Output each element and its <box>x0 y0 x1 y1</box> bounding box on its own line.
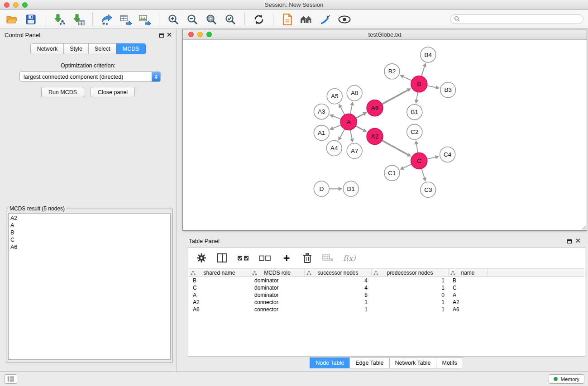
zoom-fit-icon[interactable] <box>204 12 219 27</box>
graph-node-B[interactable]: B <box>411 76 427 92</box>
graph-node-A5[interactable]: A5 <box>327 89 342 104</box>
save-session-icon[interactable] <box>24 12 38 27</box>
import-network-icon[interactable] <box>52 12 67 27</box>
graph-edge-C-C2[interactable] <box>416 144 418 153</box>
graph-edge-A-A3[interactable] <box>333 116 341 119</box>
graph-edge-A2-C[interactable] <box>382 140 408 154</box>
column-header-name[interactable]: name <box>449 269 488 276</box>
table-cell[interactable]: A6 <box>449 306 488 313</box>
close-panel-icon[interactable]: ✕ <box>166 31 172 39</box>
export-table-icon[interactable] <box>119 12 133 27</box>
graph-node-A1[interactable]: A1 <box>314 125 329 141</box>
function-builder-icon[interactable]: f(x) <box>343 251 355 265</box>
graph-edge-A-A8[interactable] <box>350 105 352 114</box>
graph-node-A2[interactable]: A2 <box>367 129 383 145</box>
column-header-predecessor-nodes[interactable]: predecessor nodes <box>372 269 449 276</box>
graph-node-B3[interactable]: B3 <box>440 82 456 98</box>
graph-node-A6[interactable]: A6 <box>367 100 383 116</box>
table-cell[interactable]: 1 <box>305 299 372 306</box>
tab-network[interactable]: Network <box>30 43 64 54</box>
search-box[interactable] <box>450 14 583 24</box>
mcds-result-item[interactable]: A <box>10 222 170 229</box>
graph-edge-B-B3[interactable] <box>427 86 435 87</box>
table-cell[interactable]: connector <box>250 306 305 313</box>
graph-node-C1[interactable]: C1 <box>384 165 400 181</box>
table-row[interactable]: A6connector11A6 <box>189 306 584 313</box>
network-document-icon[interactable] <box>280 12 295 27</box>
table-cell[interactable]: 0 <box>372 291 449 299</box>
first-neighbors-icon[interactable] <box>299 12 314 27</box>
graph-edge-A-A6[interactable] <box>356 114 363 118</box>
export-image-icon[interactable] <box>138 12 152 27</box>
minimize-window-button[interactable] <box>13 2 19 8</box>
table-row[interactable]: Adominator80A <box>189 291 584 299</box>
graph-edge-C-C4[interactable] <box>427 157 435 159</box>
graph-node-D1[interactable]: D1 <box>343 181 359 196</box>
export-network-icon[interactable] <box>100 12 114 27</box>
optimization-criterion-dropdown[interactable]: largest connected component (directed) <box>19 71 161 82</box>
import-table-icon[interactable] <box>71 12 86 27</box>
table-panel-close-icon[interactable]: ✕ <box>575 237 581 245</box>
graph-node-C[interactable]: C <box>411 152 427 169</box>
tab-edge-table[interactable]: Edge Table <box>349 357 389 368</box>
float-panel-icon[interactable] <box>159 33 164 38</box>
mcds-result-item[interactable]: B <box>10 229 170 236</box>
graph-node-A4[interactable]: A4 <box>326 141 342 156</box>
refresh-layout-icon[interactable] <box>252 12 266 27</box>
zoom-out-icon[interactable] <box>185 12 200 27</box>
table-cell[interactable]: A2 <box>449 299 488 306</box>
network-maximize-button[interactable] <box>206 32 212 37</box>
mcds-result-list[interactable]: A2ABCA6 <box>8 213 171 360</box>
mcds-result-item[interactable]: A6 <box>10 243 170 251</box>
graphics-details-icon[interactable] <box>318 12 333 27</box>
graph-node-A3[interactable]: A3 <box>314 104 329 119</box>
network-graph[interactable]: B4B2BB3A5A8A6B1A3AC2A1A2A4A7C4CC1C3DD1 <box>183 40 587 230</box>
table-cell[interactable]: B <box>189 277 250 284</box>
graph-edge-B-B1[interactable] <box>416 92 418 100</box>
graph-edge-A-A5[interactable] <box>340 107 344 115</box>
graph-node-A7[interactable]: A7 <box>347 143 362 158</box>
select-all-icon[interactable] <box>237 251 250 265</box>
column-header-shared-name[interactable]: shared name <box>189 269 250 276</box>
add-column-icon[interactable]: + <box>281 251 292 265</box>
network-canvas[interactable]: B4B2BB3A5A8A6B1A3AC2A1A2A4A7C4CC1C3DD1 <box>183 40 587 230</box>
tab-style[interactable]: Style <box>63 43 89 54</box>
table-row[interactable]: Bdominator41B <box>189 277 584 284</box>
tab-node-table[interactable]: Node Table <box>310 357 350 368</box>
table-row[interactable]: A2connector11A2 <box>189 299 584 306</box>
graph-node-C3[interactable]: C3 <box>421 182 436 197</box>
table-cell[interactable]: 4 <box>305 277 372 284</box>
column-layout-icon[interactable] <box>216 251 228 265</box>
column-header-successor-nodes[interactable]: successor nodes <box>305 269 372 276</box>
network-minimize-button[interactable] <box>197 32 203 37</box>
column-header-MCDS-role[interactable]: MCDS role <box>250 269 305 276</box>
tab-network-table[interactable]: Network Table <box>389 357 437 368</box>
graph-edge-A-A4[interactable] <box>340 129 345 137</box>
tab-motifs[interactable]: Motifs <box>436 357 463 368</box>
graph-node-B1[interactable]: B1 <box>407 105 422 120</box>
graph-edge-A-A7[interactable] <box>350 130 352 138</box>
table-cell[interactable]: 1 <box>372 277 449 284</box>
graph-edge-C-C3[interactable] <box>421 169 424 178</box>
delete-column-icon[interactable] <box>301 251 313 265</box>
table-cell[interactable]: C <box>189 284 250 291</box>
table-row[interactable]: Cdominator41C <box>189 284 584 291</box>
search-input[interactable] <box>463 16 579 23</box>
delete-table-icon[interactable] <box>322 251 334 265</box>
deselect-all-icon[interactable] <box>259 251 272 265</box>
close-window-button[interactable] <box>4 2 10 8</box>
table-cell[interactable]: A2 <box>189 299 250 306</box>
graph-node-C4[interactable]: C4 <box>440 147 455 162</box>
graph-edge-A-A1[interactable] <box>333 125 341 128</box>
zoom-in-icon[interactable] <box>166 12 181 27</box>
table-cell[interactable]: 1 <box>305 306 372 313</box>
graph-node-A[interactable]: A <box>340 114 357 130</box>
resize-grip-icon[interactable] <box>581 224 586 230</box>
graph-edge-B-B4[interactable] <box>421 67 425 76</box>
tab-mcds[interactable]: MCDS <box>116 43 146 54</box>
network-window-titlebar[interactable]: testGlobe.txt <box>183 29 587 40</box>
graph-node-C2[interactable]: C2 <box>407 124 422 140</box>
table-cell[interactable]: 1 <box>372 306 449 313</box>
show-hide-eye-icon[interactable] <box>337 12 352 27</box>
maximize-window-button[interactable] <box>22 2 28 8</box>
